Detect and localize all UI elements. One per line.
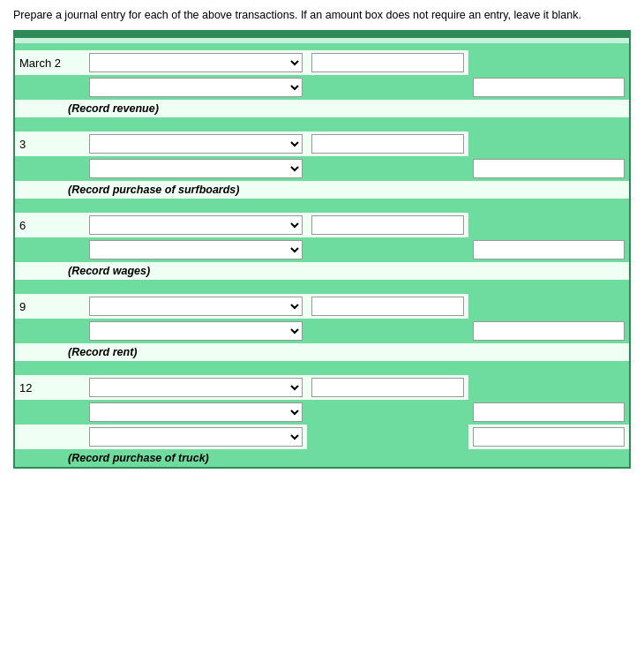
spacer-row [14, 117, 630, 124]
date-march6: 6 [14, 213, 85, 237]
instruction-text: Prepare a journal entry for each of the … [13, 9, 631, 21]
debit-input-march9-1[interactable] [311, 297, 464, 316]
credit-input-march3-2[interactable] [473, 159, 625, 178]
account-dropdown-march6-2[interactable] [89, 240, 303, 259]
account-dropdown-march3-1[interactable] [89, 134, 303, 154]
credit-input-march12-3[interactable] [473, 427, 625, 447]
label-row-march6: (Record wages) [14, 262, 630, 280]
credit-input-march12-2[interactable] [473, 402, 625, 422]
entry-label-march3: (Record purchase of surfboards) [14, 181, 630, 199]
credit-input-march2-2[interactable] [473, 78, 625, 97]
spacer-row [14, 280, 630, 287]
account-dropdown-march3-2[interactable] [89, 159, 303, 178]
debit-input-march2-1[interactable] [311, 53, 464, 72]
header-bar [14, 31, 630, 38]
date-march12: 12 [14, 375, 85, 400]
table-row: 3 [14, 132, 630, 156]
table-row: 9 [14, 294, 630, 319]
account-dropdown-march12-2[interactable] [89, 402, 303, 422]
account-dropdown-march12-1[interactable] [89, 378, 303, 397]
entry-label-march12: (Record purchase of truck) [14, 449, 630, 468]
spacer-row [14, 124, 630, 132]
credit-input-march9-2[interactable] [473, 321, 625, 341]
table-row [14, 237, 630, 262]
spacer-row [14, 43, 630, 50]
account-select-cell-march2-1 [85, 50, 307, 75]
debit-input-march3-1[interactable] [311, 134, 464, 154]
entry-label-march6: (Record wages) [14, 262, 630, 280]
account-dropdown-march2-2[interactable] [89, 78, 303, 97]
spacer-row [14, 287, 630, 294]
debit-empty-march2-2 [307, 75, 468, 100]
account-dropdown-march9-2[interactable] [89, 321, 303, 341]
credit-cell-march2-2 [468, 75, 630, 100]
entry-label-march9: (Record rent) [14, 343, 630, 361]
debit-cell-march2-1 [307, 50, 468, 75]
spacer-row [14, 206, 630, 213]
spacer-row [14, 368, 630, 375]
date-march3: 3 [14, 132, 85, 156]
date-march9: 9 [14, 294, 85, 319]
label-row-march9: (Record rent) [14, 343, 630, 361]
debit-input-march12-1[interactable] [311, 378, 464, 397]
credit-input-march6-2[interactable] [473, 240, 625, 259]
date-march2: March 2 [14, 50, 85, 75]
table-row [14, 156, 630, 181]
spacer-row [14, 361, 630, 368]
table-row: 6 [14, 213, 630, 237]
spacer-row [14, 199, 630, 206]
debit-input-march6-1[interactable] [311, 215, 464, 235]
account-dropdown-march12-3[interactable] [89, 427, 303, 447]
account-dropdown-march9-1[interactable] [89, 297, 303, 316]
account-dropdown-march6-1[interactable] [89, 215, 303, 235]
account-dropdown-march2-1[interactable] [89, 53, 303, 72]
table-row: 12 [14, 375, 630, 400]
label-row-march12: (Record purchase of truck) [14, 449, 630, 468]
account-select-cell-march2-2 [85, 75, 307, 100]
table-row [14, 75, 630, 100]
entry-label-march2: (Record revenue) [14, 100, 630, 117]
label-row-march3: (Record purchase of surfboards) [14, 181, 630, 199]
table-row [14, 400, 630, 425]
credit-empty-march2-1 [468, 50, 630, 75]
table-row [14, 425, 630, 449]
table-row [14, 319, 630, 343]
label-row-march2: (Record revenue) [14, 100, 630, 117]
journal-table: March 2 (Record revenue) 3 [13, 30, 631, 469]
table-row: March 2 [14, 50, 630, 75]
